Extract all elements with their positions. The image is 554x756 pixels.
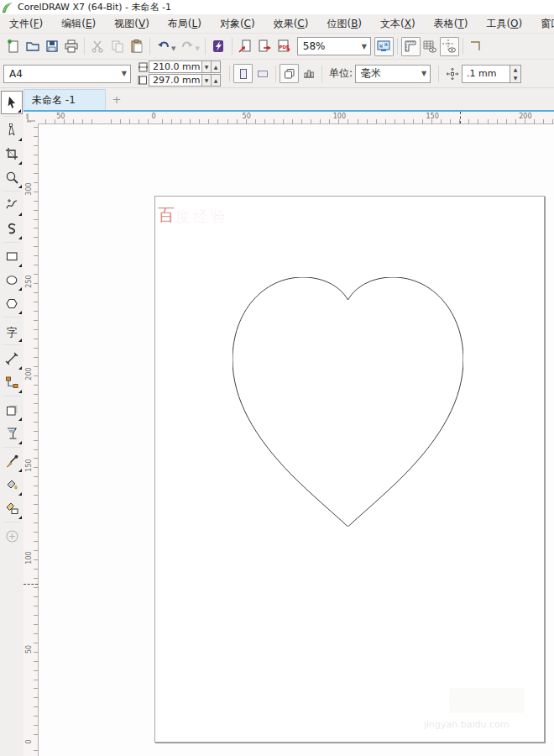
title-bar: CorelDRAW X7 (64-Bit) - 未命名 -1 xyxy=(0,0,554,14)
ruler-tick-label: 200 xyxy=(25,367,33,380)
cut-scissors-icon xyxy=(91,39,106,54)
heart-shape[interactable] xyxy=(233,277,463,527)
toolbox-separator xyxy=(3,242,20,243)
undo-dropdown-arrow[interactable]: ▼ xyxy=(171,45,175,52)
pick-tool[interactable] xyxy=(1,91,23,114)
document-tab[interactable]: 未命名 -1 xyxy=(24,89,106,110)
print-button[interactable] xyxy=(61,37,81,56)
nudge-offset-spinner[interactable]: ▲▼ xyxy=(510,65,521,83)
paste-button[interactable] xyxy=(127,37,146,56)
menu-bar: 文件(F)编辑(E)视图(V)布局(L)对象(C)效果(C)位图(B)文本(X)… xyxy=(0,14,554,34)
save-button[interactable] xyxy=(42,37,61,56)
menu-item[interactable]: 对象(C) xyxy=(211,14,264,33)
ruler-tick-label: 100 xyxy=(333,113,346,120)
menu-item[interactable]: 效果(C) xyxy=(264,14,318,33)
page-height-field[interactable]: 297.0 mm xyxy=(149,74,202,87)
show-guidelines-button[interactable] xyxy=(440,37,459,56)
propbar-separator xyxy=(275,66,276,82)
open-button[interactable] xyxy=(23,37,42,56)
page-width-field[interactable]: 210.0 mm xyxy=(149,60,202,73)
menu-item[interactable]: 窗口(W) xyxy=(531,14,554,33)
page-a4[interactable]: 百 度经验 jingyan.baidu.com xyxy=(154,196,545,743)
current-page-button[interactable] xyxy=(299,64,318,83)
import-button[interactable] xyxy=(236,37,255,56)
red-watermark-text: 百 xyxy=(158,204,176,227)
vertical-ruler[interactable]: 300250200150100500 xyxy=(24,123,38,756)
cut-button[interactable] xyxy=(88,37,107,56)
ruler-tick-label: 0 xyxy=(151,113,155,120)
all-pages-button[interactable] xyxy=(280,64,299,83)
property-bar: A4 ▼ 210.0 mm ▼▲ 297.0 mm xyxy=(0,60,554,88)
show-rulers-button[interactable] xyxy=(401,37,421,56)
landscape-button[interactable] xyxy=(253,64,272,83)
text-tool-icon: 字 xyxy=(5,324,19,339)
freehand-tool[interactable] xyxy=(1,193,23,217)
interactive-fill-tool-icon xyxy=(5,478,19,492)
show-grid-button[interactable] xyxy=(421,37,440,56)
paper-size-combo[interactable]: A4 ▼ xyxy=(3,65,131,83)
drop-shadow-tool[interactable] xyxy=(1,398,23,422)
toolbox-separator xyxy=(3,344,20,345)
menu-item[interactable]: 视图(V) xyxy=(105,14,159,33)
artistic-media-tool[interactable] xyxy=(1,217,23,240)
drawing-canvas[interactable]: 百 度经验 jingyan.baidu.com xyxy=(38,123,554,756)
horizontal-ruler[interactable]: 50050100150200 xyxy=(38,112,554,123)
rectangle-tool[interactable] xyxy=(1,244,23,268)
fullscreen-preview-button[interactable] xyxy=(374,37,394,56)
redo-dropdown-arrow[interactable]: ▼ xyxy=(195,45,199,52)
svg-text:字: 字 xyxy=(6,325,17,338)
shape-tool[interactable] xyxy=(1,118,23,142)
nudge-offset-field[interactable]: .1 mm xyxy=(462,65,510,83)
page-height-spinner[interactable]: ▼▲ xyxy=(202,74,221,87)
chevron-down-icon: ▼ xyxy=(122,70,127,77)
coreldraw-window: CorelDRAW X7 (64-Bit) - 未命名 -1 文件(F)编辑(E… xyxy=(0,0,554,756)
menu-item[interactable]: 文本(X) xyxy=(371,14,425,33)
redo-button[interactable] xyxy=(177,37,196,56)
zoom-level-combo[interactable]: 58% ▼ xyxy=(297,37,371,55)
ruler-origin-corner[interactable] xyxy=(24,112,38,123)
toolbox-separator xyxy=(3,522,20,522)
toolbox-separator xyxy=(3,447,20,448)
ellipse-tool[interactable] xyxy=(1,268,23,291)
menu-item[interactable]: 文件(F) xyxy=(0,14,52,33)
publish-pdf-button[interactable]: PDF xyxy=(274,37,294,56)
polygon-tool[interactable] xyxy=(1,291,23,315)
nudge-offset-button xyxy=(442,64,462,83)
new-document-button[interactable] xyxy=(3,37,23,56)
units-combo[interactable]: 毫米 ▼ xyxy=(355,65,431,83)
ruler-tick-label: 0 xyxy=(25,739,33,743)
parallel-dimension-tool[interactable] xyxy=(1,347,23,370)
drop-shadow-tool-icon xyxy=(5,403,19,417)
toolbox-separator xyxy=(3,396,20,396)
clipped-toolbar-button[interactable] xyxy=(467,37,486,56)
zoom-tool[interactable] xyxy=(1,165,23,189)
export-button[interactable] xyxy=(255,37,274,56)
menu-item[interactable]: 编辑(E) xyxy=(52,14,105,33)
page-height-icon xyxy=(138,75,149,86)
new-tab-button[interactable]: + xyxy=(106,89,128,110)
redo-icon xyxy=(180,39,195,54)
quick-customize-button[interactable] xyxy=(1,524,23,548)
menu-item[interactable]: 表格(T) xyxy=(425,14,478,33)
menu-item[interactable]: 位图(B) xyxy=(317,14,371,33)
transparency-tool[interactable] xyxy=(1,422,23,445)
artistic-media-tool-icon xyxy=(5,222,19,236)
toolbox: 字 xyxy=(0,91,24,756)
paper-size-value: A4 xyxy=(9,68,23,80)
interactive-fill-tool[interactable] xyxy=(1,473,23,496)
search-content-button[interactable] xyxy=(209,37,228,56)
crop-tool[interactable] xyxy=(1,142,23,165)
page-width-spinner[interactable]: ▼▲ xyxy=(202,60,221,73)
ruler-tick-label: 100 xyxy=(25,551,33,564)
copy-button[interactable] xyxy=(107,37,127,56)
undo-button[interactable] xyxy=(154,37,173,56)
color-eyedropper-tool[interactable] xyxy=(1,449,23,473)
all-pages-icon xyxy=(283,67,296,81)
menu-item[interactable]: 布局(L) xyxy=(159,14,211,33)
portrait-button[interactable] xyxy=(233,64,253,83)
text-tool[interactable]: 字 xyxy=(1,319,23,343)
smart-fill-tool[interactable] xyxy=(1,496,23,520)
connector-tool[interactable] xyxy=(1,370,23,394)
page-height-value: 297.0 mm xyxy=(153,75,200,86)
menu-item[interactable]: 工具(O) xyxy=(477,14,531,33)
